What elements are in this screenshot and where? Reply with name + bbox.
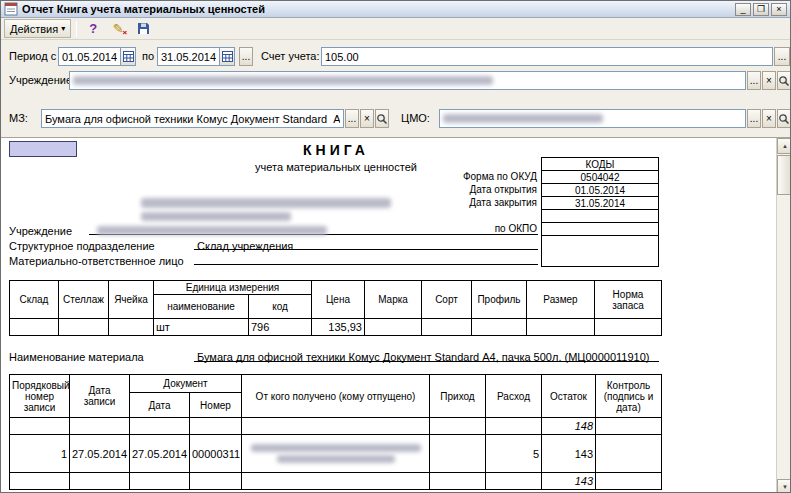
ledger-col-in: Приход [430,375,486,418]
ledger-cell [190,418,242,435]
redacted-text [251,444,421,452]
spec-col-unit-name: наименование [154,295,249,319]
okud-label: Форма по ОКУД [401,171,537,183]
mol-underline [194,253,538,265]
ledger-entry-doc-num: 00000311 [190,435,242,473]
ledger-opening-row: 148 [10,418,662,435]
save-button[interactable] [132,19,154,38]
spec-unit-code-value: 796 [249,319,312,336]
spec-col-unit-group: Единица измерения [154,281,312,295]
vertical-scrollbar[interactable]: ▲ ▼ [776,138,791,493]
account-input[interactable] [321,47,773,66]
close-button[interactable]: × [771,3,787,16]
spec-col-yacheika: Ячейка [109,281,154,319]
spec-cell [109,319,154,336]
material-value: Бумага для офисной техники Комус Докумен… [197,351,649,363]
cmo-input[interactable] [439,109,746,128]
spec-col-marka: Марка [365,281,422,319]
period-to-input[interactable] [157,47,219,66]
material-label: Наименование материала [9,351,144,363]
scroll-thumb[interactable] [777,155,791,195]
spec-col-stellazh: Стеллаж [59,281,109,319]
ledger-cell [10,418,70,435]
institution-row-label: Учреждение [9,225,72,237]
toolbar: Действия ▾ ? ✎ × [1,18,790,40]
calendar-button[interactable] [120,47,136,66]
spec-table: Склад Стеллаж Ячейка Единица измерения Ц… [9,280,662,336]
institution-clear-button[interactable]: × [762,71,776,90]
ledger-col-rest: Остаток [542,375,596,418]
okud-value: 0504042 [542,171,658,184]
titlebar[interactable]: Отчет Книга учета материальных ценностей… [1,1,790,18]
window-controls: _ ❐ × [735,3,787,16]
toolbar-separator [76,21,77,37]
ledger-cell [596,435,662,473]
ledger-cell [242,473,430,490]
redacted-text [277,455,395,463]
actions-button[interactable]: Действия ▾ [4,19,71,38]
ledger-cell [70,473,130,490]
calendar-button[interactable] [219,47,235,66]
close-date-value: 31.05.2014 [542,197,658,210]
save-icon [137,22,150,35]
redacted-text [97,226,327,235]
spec-col-price: Цена [312,281,365,319]
redacted-text [73,76,493,85]
scroll-down-button[interactable]: ▼ [777,479,791,493]
period-from-input[interactable] [58,47,120,66]
spec-col-profil: Профиль [472,281,527,319]
mz-select-button[interactable]: ... [345,109,359,128]
codes-filler-cell [542,236,658,267]
okpo-value [542,223,658,236]
ledger-cell [486,418,542,435]
period-label: Период с [9,50,56,62]
chevron-down-icon: ▾ [61,24,65,33]
maximize-button[interactable]: ❐ [753,3,769,16]
spec-cell [10,319,59,336]
selected-cell[interactable] [9,141,77,157]
spec-col-razmer: Размер [527,281,595,319]
redacted-text [141,198,391,208]
down-arrow-icon: ▼ [782,484,788,490]
report-document[interactable]: КНИГА учета материальных ценностей Форма… [1,137,791,493]
minimize-button[interactable]: _ [735,3,751,16]
scroll-up-button[interactable]: ▲ [777,138,791,154]
cmo-open-button[interactable] [777,109,791,128]
ledger-cell [70,418,130,435]
magnifier-icon [376,113,388,125]
mz-clear-button[interactable]: × [360,109,374,128]
institution-select-button[interactable]: ... [747,71,761,90]
redacted-text [443,114,603,123]
institution-open-button[interactable] [777,71,791,90]
ledger-cell [130,418,190,435]
period-from-field [58,47,136,66]
account-select-button[interactable]: ... [774,47,790,66]
report-window: Отчет Книга учета материальных ценностей… [0,0,791,493]
ledger-cell [430,418,486,435]
mz-open-button[interactable] [375,109,389,128]
institution-input[interactable] [69,71,746,90]
spec-cell [365,319,422,336]
account-label: Счет учета: [261,50,319,62]
settings-button[interactable]: ✎ × [107,19,129,38]
division-value: Склад учреждения [197,240,293,252]
ledger-entry-from [242,435,430,473]
cmo-select-button[interactable]: ... [747,109,761,128]
ledger-entry-rec-date: 27.05.2014 [70,435,130,473]
ledger-col-doc: Документ [130,375,242,393]
period-select-button[interactable]: ... [239,47,253,66]
ledger-opening-rest: 148 [542,418,596,435]
redacted-text [141,212,291,221]
spec-col-norma: Норма запаса [595,281,662,319]
ledger-entry-rest: 143 [542,435,596,473]
help-icon: ? [89,21,97,36]
help-button[interactable]: ? [82,19,104,38]
cmo-clear-button[interactable]: × [762,109,776,128]
mz-input[interactable] [41,109,344,128]
up-arrow-icon: ▲ [782,143,788,149]
ledger-cell [130,473,190,490]
ledger-entry-row: 1 27.05.2014 27.05.2014 00000311 5 143 [10,435,662,473]
ledger-cell [486,473,542,490]
spec-col-sort: Сорт [422,281,472,319]
institution-label: Учреждение: [9,74,75,86]
